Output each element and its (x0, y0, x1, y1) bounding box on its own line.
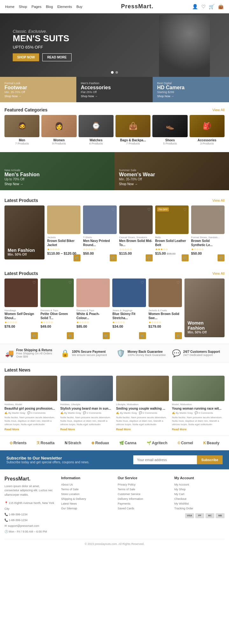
add-to-cart-sweater[interactable]: 🛒 (175, 332, 182, 339)
read-more-button[interactable]: READ MORE (42, 53, 71, 61)
feature-support: 💬 24/7 Customers Support 24/7 Dedicated … (170, 348, 226, 358)
wishlist-navy[interactable]: ♡ (111, 207, 115, 212)
footer-copyright: © 2023 presslayouts.com. All Rights Rese… (4, 539, 225, 546)
nav-blog[interactable]: Blog (46, 5, 53, 9)
footer-link-tracking[interactable]: Tracking Order (174, 507, 225, 510)
cat-watches[interactable]: ⌚ Watches 4 Products (79, 115, 114, 145)
cat-women[interactable]: 👩 Women 9 Products (41, 115, 76, 145)
wishlist-brownshoes[interactable]: ♡ (147, 207, 151, 212)
latest-products-2-view-all[interactable]: View All (212, 272, 225, 275)
dot-1[interactable] (111, 71, 114, 74)
footer-link-delivery[interactable]: Delivery Information (118, 497, 168, 500)
banner-mens-shop[interactable]: Shop Now → (4, 182, 39, 186)
add-to-cart-synthetic[interactable]: 🛒 (218, 254, 225, 261)
add-to-cart-jeans[interactable]: 🛒 (139, 332, 146, 339)
footer-link-myaccount[interactable]: My Account (174, 483, 225, 486)
nav-pages[interactable]: Pages (31, 5, 41, 9)
product-img-navy: ♡ (83, 205, 116, 234)
news-comments-0: 💬 4 Comments (27, 412, 46, 414)
cat-men[interactable]: 🧔 Men 7 Products (4, 115, 39, 145)
feature-shipping: 🚚 Free Shipping & Retuns Free Shipping O… (3, 348, 59, 358)
product-navy-tshirt: ♡ T-Shirts Men Navy Printed Round... ☆☆☆… (83, 205, 116, 261)
product-price-sweater: $179.00 (149, 325, 161, 328)
product-img-biker: ♡ (47, 205, 80, 234)
support-icon: 💬 (172, 349, 181, 358)
latest-products-2-title: Latest Products (4, 271, 38, 276)
footer-link-customer[interactable]: Customer Service (118, 493, 168, 496)
shop-now-button[interactable]: SHOP NOW (13, 53, 39, 61)
brand-kbeauty: KBeauty (203, 441, 219, 445)
product-img-peach: ♡ (76, 278, 110, 307)
news-card-0: Hobbies, Model Beautiful girl posing pro… (4, 376, 57, 431)
promo-link-1[interactable]: Shop Now → (81, 95, 148, 98)
read-more-0[interactable]: Read More (4, 428, 57, 431)
newsletter-email-input[interactable] (133, 455, 197, 464)
cat-img-men: 🧔 (4, 115, 39, 137)
feature-payment-title: 100% Secure Payment (72, 350, 107, 353)
footer-link-terms[interactable]: Terms of Sale (61, 488, 111, 491)
nav-home[interactable]: Home (5, 5, 14, 9)
add-to-cart-handbag[interactable]: 🛒 (31, 332, 38, 339)
cat-shoes[interactable]: 👞 Shoes 5 Products (152, 115, 187, 145)
banner-womens-title: Women's Wear (119, 172, 155, 178)
user-icon[interactable]: 👤 (192, 4, 198, 10)
nav-shop[interactable]: Shop (19, 5, 27, 9)
wishlist-biker[interactable]: ♡ (75, 207, 79, 212)
promo-title-1: Accessories (81, 85, 148, 91)
footer-link-mycart[interactable]: My Cart (174, 493, 225, 496)
promo-label-1: Men's Fashion (81, 82, 148, 85)
dot-2[interactable] (115, 71, 118, 74)
wishlist-handbag[interactable]: ♡ (32, 280, 36, 285)
cart-icon[interactable]: 🛒 (209, 4, 215, 10)
footer-link-cards[interactable]: Saved Cards (118, 507, 168, 510)
bag-icon[interactable]: 👜 (218, 4, 224, 10)
footer-link-terms-service[interactable]: Terms of Sale (118, 488, 168, 491)
news-grid: Hobbies, Model Beautiful girl posing pro… (4, 376, 225, 431)
read-more-2[interactable]: Read More (116, 428, 169, 431)
add-to-cart-brownshoes[interactable]: 🛒 (146, 254, 153, 261)
hero-discount: UPTO 65% OFF (13, 45, 72, 50)
wishlist-belt[interactable]: ♡ (183, 207, 187, 212)
latest-products-1-view-all[interactable]: View All (212, 198, 225, 202)
add-to-cart-belt[interactable]: 🛒 (182, 254, 189, 261)
product-name-navy: Men Navy Printed Round... (83, 239, 116, 247)
newsletter-subscribe-button[interactable]: Subscribe (197, 455, 223, 464)
footer-link-wishlist[interactable]: My Wishlist (174, 502, 225, 505)
wishlist-jeans[interactable]: ♡ (141, 280, 144, 285)
promo-link-0[interactable]: Shop Now → (4, 95, 72, 98)
featured-categories-view-all[interactable]: View All (212, 108, 225, 112)
wishlist-synthetic[interactable]: ♡ (219, 207, 223, 212)
banner-pair: New Arrivals Men's Fashion Up to 70% Off… (0, 152, 229, 190)
banner-womens-shop[interactable]: Shop Now → (119, 182, 155, 186)
footer-link-news[interactable]: Latest News (61, 502, 111, 505)
footer-link-about[interactable]: About Us (61, 483, 111, 486)
footer-link-sitemap[interactable]: Our Sitemap (61, 507, 111, 510)
cat-accessories[interactable]: 🎒 Accessories 3 Products (190, 115, 225, 145)
nav-buy[interactable]: Buy (76, 5, 82, 9)
add-to-cart-peach[interactable]: 🛒 (103, 332, 110, 339)
footer-link-shipping[interactable]: Shipping & Delivery (61, 497, 111, 500)
promo-link-2[interactable]: Shop Now → (157, 95, 225, 98)
footer-link-store[interactable]: Store Location (61, 493, 111, 496)
nav-elements[interactable]: Elements (57, 5, 72, 9)
footer-link-checkout[interactable]: Checkout (174, 497, 225, 500)
product-synthetic-shoes: ♡ Formal Shoes, Sandals... Brown Solid S… (191, 205, 225, 261)
footer-link-myshop[interactable]: My Shop (174, 488, 225, 491)
add-to-cart-navy[interactable]: 🛒 (110, 254, 117, 261)
wishlist-peach[interactable]: ♡ (104, 280, 108, 285)
banner-mens-content: New Arrivals Men's Fashion Up to 70% Off… (4, 169, 39, 186)
product-price-synthetic: $50.00 (191, 252, 202, 255)
read-more-3[interactable]: Read More (172, 428, 225, 431)
add-to-cart-olive[interactable]: 🛒 (67, 332, 74, 339)
wishlist-icon[interactable]: ♡ (201, 4, 205, 10)
add-to-cart-biker[interactable]: 🛒 (73, 254, 80, 261)
cat-bags[interactable]: 👜 Bags & Backpa... 7 Products (115, 115, 150, 145)
footer-link-privacy[interactable]: Privacy Policy (118, 483, 168, 486)
wishlist-sweater[interactable]: ♡ (177, 280, 180, 285)
wishlist-olive[interactable]: ♡ (68, 280, 72, 285)
price-row-navy: $50.00 🛒 (83, 252, 116, 255)
read-more-1[interactable]: Read More (60, 428, 113, 431)
price-row-biker: $110.00 – $120.00 🛒 (47, 252, 80, 255)
footer-address: 📍 115 Eighth Avenue North, New York City (4, 500, 55, 512)
footer-link-payments[interactable]: Payments (118, 502, 168, 505)
